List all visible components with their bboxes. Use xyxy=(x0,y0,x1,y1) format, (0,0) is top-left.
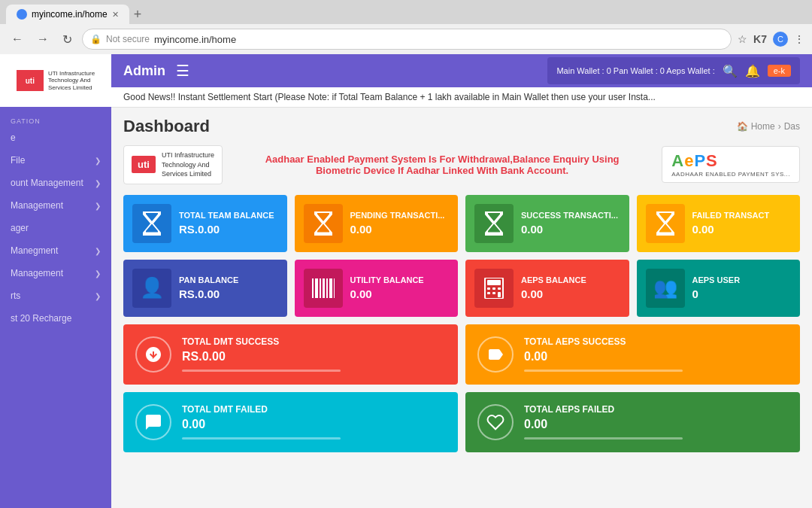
card-label-aeps-failed: TOTAL AEPS FAILED xyxy=(524,404,788,415)
card-total-team-balance: TOTAL TEAM BALANCE RS.0.00 xyxy=(123,195,287,252)
aeps-logo-box: AePS AADHAAR ENABLED PAYMENT SYS... xyxy=(662,146,800,183)
card-label-pan-balance: PAN BALANCE xyxy=(179,275,278,284)
sidebar: uti UTI InfrastructureTechnology AndServ… xyxy=(0,54,111,508)
breadcrumb-sep: › xyxy=(778,121,781,132)
sidebar-item-recharge-label: st 20 Recharge xyxy=(11,313,71,324)
search-icon-button[interactable]: 🔍 xyxy=(723,64,738,78)
aeps-subtitle: AADHAAR ENABLED PAYMENT SYS... xyxy=(671,171,790,178)
uti-info-logo: uti UTI InfrastructureTechnology AndServ… xyxy=(123,145,223,184)
bell-icon-button[interactable]: 🔔 xyxy=(745,64,760,78)
forward-button[interactable]: → xyxy=(33,31,53,47)
card-progress-bar-aeps-success xyxy=(524,370,683,372)
card-label-total-team-balance: TOTAL TEAM BALANCE xyxy=(179,211,278,220)
card-info-pan-balance: PAN BALANCE RS.0.00 xyxy=(179,275,278,300)
admin-title: Admin xyxy=(123,63,165,79)
tab-label: myincome.in/home xyxy=(32,9,108,20)
sidebar-item-management2[interactable]: Management ❯ xyxy=(0,262,111,284)
card-icon-total-team-balance xyxy=(132,204,171,243)
uti-logo-icon: uti xyxy=(17,70,44,91)
wallet-info: Main Wallet : 0 Pan Wallet : 0 Aeps Wall… xyxy=(556,66,714,75)
svg-rect-12 xyxy=(487,292,490,294)
sidebar-item-ager[interactable]: ager xyxy=(0,217,111,239)
active-tab[interactable]: myincome.in/home ✕ xyxy=(6,5,129,24)
sidebar-item-file[interactable]: File ❯ xyxy=(0,149,111,172)
card-label-aeps-balance: AEPS BALANCE xyxy=(521,275,620,284)
address-bar[interactable]: 🔒 Not secure myincome.in/home xyxy=(82,29,732,50)
card-value-utility-balance: 0.00 xyxy=(350,287,450,300)
card-info-aeps-user: AEPS USER 0 xyxy=(692,275,792,300)
sidebar-nav: GATION e File ❯ ount Management ❯ Manage… xyxy=(0,107,111,336)
barcode-icon xyxy=(312,278,335,298)
card-total-dmt-success: TOTAL DMT SUCCESS RS.0.00 xyxy=(123,324,458,385)
card-pan-balance: 👤 PAN BALANCE RS.0.00 xyxy=(123,260,287,317)
card-value-success-transactions: 0.00 xyxy=(521,223,620,236)
card-success-transactions: SUCCESS TRANSACTI... 0.00 xyxy=(465,195,629,252)
dmt-success-icon xyxy=(135,336,171,373)
menu-button[interactable]: ⋮ xyxy=(794,33,804,45)
hourglass-failed-icon xyxy=(655,211,676,236)
card-label-dmt-success: TOTAL DMT SUCCESS xyxy=(182,336,446,347)
main-content: Admin ☰ Main Wallet : 0 Pan Wallet : 0 A… xyxy=(111,54,812,508)
breadcrumb-home-icon: 🏠 xyxy=(737,121,748,132)
url-display: myincome.in/home xyxy=(154,34,236,45)
hamburger-menu-button[interactable]: ☰ xyxy=(176,62,189,80)
page-body: Dashboard 🏠 Home › Das uti UTI Infrastru… xyxy=(111,108,812,508)
chevron-icon: ❯ xyxy=(95,292,101,300)
profile-k7-button[interactable]: K7 xyxy=(753,33,767,45)
card-label-aeps-success: TOTAL AEPS SUCCESS xyxy=(524,336,788,347)
sidebar-item-manegment[interactable]: Manegment ❯ xyxy=(0,239,111,262)
card-utility-balance: UTILITY BALANCE 0.00 xyxy=(295,260,459,317)
aeps-info-message: Aadhaar Enabled Payment System Is For Wi… xyxy=(223,154,662,176)
sidebar-section-label: GATION xyxy=(0,113,111,126)
page-header: Dashboard 🏠 Home › Das xyxy=(123,117,800,136)
card-failed-transactions: FAILED TRANSACT 0.00 xyxy=(637,195,801,252)
reload-button[interactable]: ↻ xyxy=(59,31,76,48)
sidebar-item-mgmt-label: Management xyxy=(11,200,63,211)
card-info-pending-transactions: PENDING TRANSACTI... 0.00 xyxy=(350,211,450,236)
card-label-dmt-failed: TOTAL DMT FAILED xyxy=(182,404,446,415)
chevron-icon: ❯ xyxy=(95,247,101,255)
new-tab-button[interactable]: + xyxy=(134,7,142,23)
sidebar-item-rts[interactable]: rts ❯ xyxy=(0,284,111,307)
sidebar-logo: uti UTI InfrastructureTechnology AndServ… xyxy=(0,54,111,107)
hourglass-pending-icon xyxy=(313,211,334,236)
people-icon: 👥 xyxy=(653,276,677,300)
card-icon-pending-transactions xyxy=(304,204,343,243)
sidebar-item-account-label: ount Management xyxy=(11,178,83,188)
aeps-logo-text: AePS xyxy=(671,151,790,171)
card-label-failed-transactions: FAILED TRANSACT xyxy=(692,211,792,220)
heart-icon xyxy=(486,413,504,431)
sidebar-item-e-label: e xyxy=(11,132,16,143)
aeps-failed-icon xyxy=(477,404,514,440)
sidebar-item-e[interactable]: e xyxy=(0,126,111,149)
sidebar-item-recharge[interactable]: st 20 Recharge xyxy=(0,307,111,330)
breadcrumb: 🏠 Home › Das xyxy=(737,121,800,132)
card-label-success-transactions: SUCCESS TRANSACTI... xyxy=(521,211,620,220)
breadcrumb-current: Das xyxy=(784,121,800,132)
browser-nav-icons: ☆ K7 C ⋮ xyxy=(738,32,804,47)
card-aeps-balance: AEPS BALANCE 0.00 xyxy=(465,260,629,317)
card-info-success-transactions: SUCCESS TRANSACTI... 0.00 xyxy=(521,211,620,236)
header-right: Main Wallet : 0 Pan Wallet : 0 Aeps Wall… xyxy=(547,57,800,84)
card-label-utility-balance: UTILITY BALANCE xyxy=(350,275,450,284)
tab-close-button[interactable]: ✕ xyxy=(112,10,119,20)
card-pending-transactions: PENDING TRANSACTI... 0.00 xyxy=(295,195,459,252)
app-container: uti UTI InfrastructureTechnology AndServ… xyxy=(0,54,812,508)
user-badge[interactable]: e-k xyxy=(768,65,791,77)
card-icon-aeps-user: 👥 xyxy=(646,269,685,308)
card-progress-bar-aeps-failed xyxy=(524,437,683,440)
calculator-icon xyxy=(483,278,504,299)
card-progress-bar-dmt-success xyxy=(182,370,341,372)
svg-rect-0 xyxy=(312,278,314,298)
back-button[interactable]: ← xyxy=(8,31,27,47)
sidebar-item-account-management[interactable]: ount Management ❯ xyxy=(0,172,111,194)
sidebar-item-file-label: File xyxy=(11,155,25,166)
card-icon-utility-balance xyxy=(304,269,343,308)
bookmark-button[interactable]: ☆ xyxy=(738,33,747,45)
card-value-aeps-user: 0 xyxy=(692,287,792,300)
card-value-pending-transactions: 0.00 xyxy=(350,223,450,236)
sidebar-item-manegment-label: Manegment xyxy=(11,245,58,256)
dashboard-cards-grid: TOTAL TEAM BALANCE RS.0.00 PENDING TRANS… xyxy=(123,195,800,317)
sidebar-item-management[interactable]: Management ❯ xyxy=(0,194,111,217)
extension-button[interactable]: C xyxy=(773,32,788,47)
